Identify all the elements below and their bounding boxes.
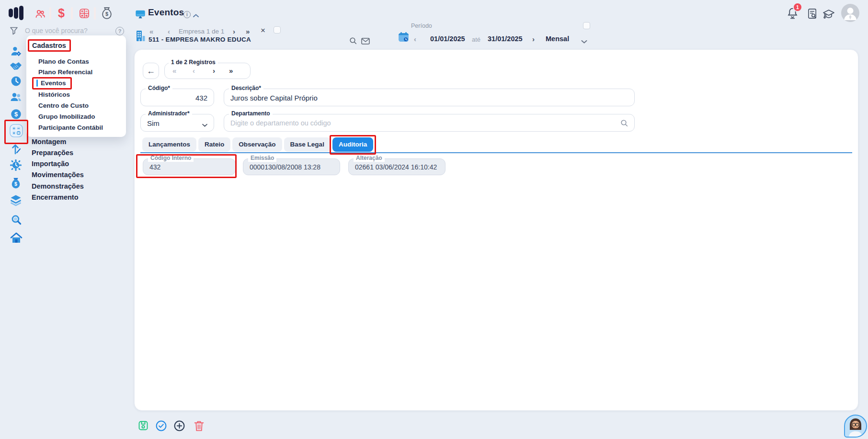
period-prev-button[interactable]: ‹ (414, 35, 416, 44)
rail-layers-icon[interactable] (10, 194, 22, 208)
company-first-button[interactable]: « (149, 27, 153, 36)
departamento-input[interactable] (230, 119, 559, 127)
user-avatar[interactable] (841, 4, 859, 22)
record-last-button[interactable]: » (229, 67, 233, 75)
record-pagination: 1 de 2 Registros « ‹ › » (164, 63, 251, 79)
record-first-button[interactable]: « (172, 67, 177, 75)
alteracao-field: Alteração 02661 03/06/2024 16:10:42 (348, 158, 445, 175)
rail-users-icon[interactable] (10, 91, 22, 105)
tab-rateio[interactable]: Rateio (198, 137, 230, 152)
filter-funnel-icon[interactable] (10, 26, 18, 37)
period-conjunction: até (472, 36, 480, 43)
sidebar-item-label: Montagem (32, 138, 67, 146)
period-mode-chevron-down-icon[interactable] (581, 37, 588, 46)
company-name[interactable]: 511 - EMPRESA MAKRO EDUCA (148, 36, 251, 43)
record-next-button[interactable]: › (213, 67, 216, 75)
sidebar-item-grupo-imobilizado[interactable]: Grupo Imobilizado (38, 113, 95, 120)
calendar-icon (398, 31, 410, 45)
departamento-label: Departamento (229, 110, 273, 117)
rail-user-config-icon[interactable] (10, 45, 22, 59)
detail-tabs: Lançamentos Rateio Observação Base Legal… (142, 137, 373, 152)
back-button[interactable]: ← (143, 63, 159, 79)
help-icon[interactable]: ? (115, 27, 124, 35)
departamento-search-icon[interactable] (620, 119, 628, 129)
collapse-chevron-up-icon[interactable] (193, 11, 199, 20)
period-checkbox[interactable] (583, 22, 590, 29)
sidebar-item-historicos[interactable]: Históricos (38, 91, 70, 98)
record-prev-button[interactable]: ‹ (193, 67, 195, 75)
descricao-field[interactable]: Descrição* Juros sobre Capital Próprio (224, 89, 635, 106)
codigo-value: 432 (195, 93, 207, 101)
alteracao-label: Alteração (354, 155, 385, 162)
clients-icon[interactable] (34, 8, 46, 22)
confirm-button[interactable] (155, 420, 167, 434)
rail-home-icon[interactable] (10, 232, 23, 246)
sidebar-item-plano-referencial[interactable]: Plano Referencial (38, 68, 92, 76)
period-end-date[interactable]: 31/01/2025 (488, 35, 523, 43)
period-start-date[interactable]: 01/01/2025 (430, 35, 465, 43)
info-icon[interactable]: i (183, 11, 191, 18)
assistant-avatar[interactable] (844, 415, 867, 438)
tab-label: Auditoria (339, 141, 367, 148)
rail-calculator-icon[interactable] (9, 124, 23, 140)
svg-text:$: $ (14, 111, 18, 118)
rail-search-icon[interactable] (11, 214, 23, 228)
company-prev-button[interactable]: ‹ (168, 27, 170, 36)
rail-clock-icon[interactable] (10, 75, 22, 89)
finance-icon[interactable]: $ (58, 6, 65, 20)
tab-label: Lançamentos (148, 141, 190, 148)
administrador-select[interactable]: Administrador* Sim (140, 114, 214, 132)
save-button[interactable] (137, 420, 149, 433)
sidebar-item-eventos[interactable]: Eventos (36, 79, 66, 87)
rail-gear-icon[interactable] (10, 159, 22, 173)
mail-icon[interactable] (361, 38, 370, 46)
period-next-button[interactable]: › (532, 35, 535, 44)
rail-moneybag-icon[interactable]: $ (10, 177, 22, 191)
tab-underline (140, 152, 852, 153)
rail-dollar-icon[interactable]: $ (10, 108, 22, 122)
sidebar-item-label: Encerramento (32, 193, 79, 201)
sidebar-item-label: Plano de Contas (38, 58, 89, 65)
sidebar-item-label: Plano Referencial (38, 68, 92, 76)
sidebar-item-encerramento[interactable]: Encerramento (32, 193, 79, 201)
company-search-icon[interactable] (349, 37, 357, 47)
tab-lancamentos[interactable]: Lançamentos (142, 137, 196, 152)
tab-base-legal[interactable]: Base Legal (284, 137, 331, 152)
sidebar-item-movimentacoes[interactable]: Movimentações (32, 171, 84, 179)
company-checkbox[interactable] (274, 26, 281, 34)
add-button[interactable] (173, 420, 185, 434)
sidebar-item-cadastros[interactable]: Cadastros (32, 42, 66, 49)
delete-button[interactable] (194, 420, 205, 434)
company-clear-button[interactable]: × (261, 26, 265, 35)
sidebar-item-label: Grupo Imobilizado (38, 113, 95, 120)
tab-observacao[interactable]: Observação (232, 137, 282, 152)
sidebar-item-preparacoes[interactable]: Preparações (32, 149, 73, 157)
sidebar-item-participante-contabil[interactable]: Participante Contábil (38, 124, 103, 131)
sidebar-item-label: Preparações (32, 149, 73, 157)
sidebar-search-input[interactable] (25, 27, 102, 34)
sidebar-item-montagem[interactable]: Montagem (32, 138, 67, 146)
sidebar-item-label: Cadastros (32, 42, 66, 49)
emissao-field: Emissão 0000130/08/2008 13:28 (243, 158, 340, 175)
training-cap-icon[interactable] (822, 8, 835, 22)
calculator-module-icon[interactable] (79, 8, 90, 21)
moneybag-icon[interactable]: $ (101, 6, 113, 22)
tab-auditoria[interactable]: Auditoria (332, 137, 373, 152)
sidebar-item-demonstracoes[interactable]: Demonstrações (32, 182, 84, 190)
company-next-button[interactable]: › (233, 27, 235, 36)
codigo-interno-label: Código Interno (148, 155, 194, 162)
rail-handshake-icon[interactable] (9, 61, 23, 73)
codigo-label: Código* (146, 85, 172, 92)
topbar-divider (49, 7, 51, 20)
period-mode-select[interactable]: Mensal (546, 35, 569, 43)
departamento-field[interactable]: Departamento (224, 114, 635, 132)
codigo-field[interactable]: Código* 432 (140, 89, 214, 106)
company-building-icon (135, 30, 146, 44)
company-last-button[interactable]: » (246, 27, 250, 36)
rail-trend-icon[interactable] (11, 142, 22, 157)
sidebar-item-centro-de-custo[interactable]: Centro de Custo (38, 102, 89, 109)
sidebar-item-importacao[interactable]: Importação (32, 160, 69, 168)
audit-log-icon[interactable] (807, 8, 818, 22)
sidebar-item-plano-de-contas[interactable]: Plano de Contas (38, 58, 89, 65)
page-title: Eventos (148, 7, 184, 18)
